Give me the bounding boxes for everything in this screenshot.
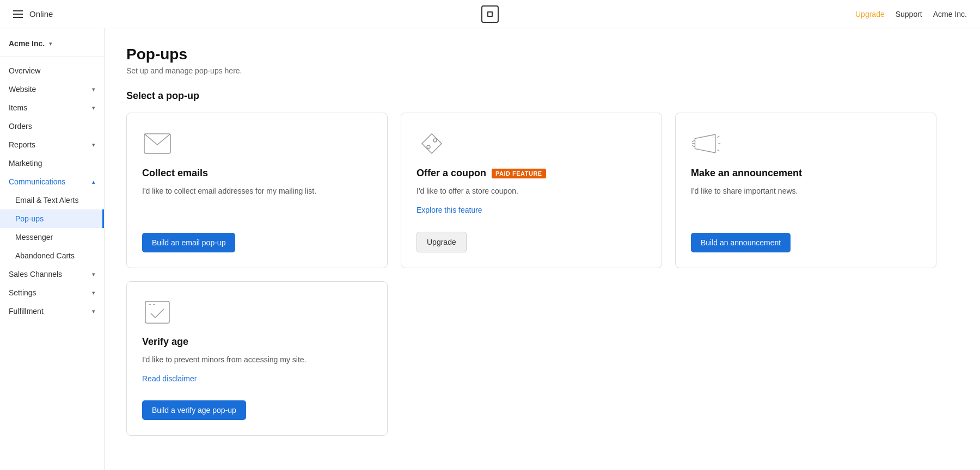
popup-cards-row-2: Verify age I'd like to prevent minors fr… — [126, 281, 958, 436]
sidebar-item-fulfillment[interactable]: Fulfillment ▾ — [0, 302, 104, 320]
upgrade-link[interactable]: Upgrade — [855, 10, 885, 18]
svg-line-9 — [718, 150, 720, 151]
sidebar-account[interactable]: Acme Inc. ▾ — [0, 35, 104, 57]
collect-emails-desc: I'd like to collect email addresses for … — [142, 185, 372, 197]
offer-coupon-title: Offer a coupon — [416, 168, 486, 179]
topnav-center — [481, 5, 499, 23]
offer-coupon-desc: I'd like to offer a store coupon. — [416, 185, 646, 197]
sidebar-item-pop-ups[interactable]: Pop-ups — [0, 209, 104, 228]
sidebar-item-items[interactable]: Items ▾ — [0, 98, 104, 117]
sidebar-account-name: Acme Inc. — [9, 39, 45, 48]
upgrade-coupon-button[interactable]: Upgrade — [416, 232, 467, 252]
verify-age-title: Verify age — [142, 336, 188, 348]
main-content: Pop-ups Set up and manage pop-ups here. … — [105, 28, 980, 470]
sidebar-item-email-text-alerts[interactable]: Email & Text Alerts — [0, 191, 104, 209]
sidebar-item-abandoned-carts[interactable]: Abandoned Carts — [0, 246, 104, 265]
sidebar-item-reports[interactable]: Reports ▾ — [0, 135, 104, 154]
svg-line-6 — [692, 146, 695, 147]
support-link[interactable]: Support — [896, 10, 922, 18]
read-disclaimer-link[interactable]: Read disclaimer — [142, 374, 372, 383]
coupon-icon — [416, 128, 447, 159]
verify-age-title-row: Verify age — [142, 336, 372, 348]
sidebar-item-communications[interactable]: Communications ▴ — [0, 172, 104, 191]
offer-coupon-title-row: Offer a coupon PAID FEATURE — [416, 168, 646, 179]
verify-age-icon — [142, 297, 173, 327]
square-logo-inner — [487, 11, 493, 17]
make-announcement-desc: I'd like to share important news. — [691, 185, 921, 197]
page-title: Pop-ups — [126, 46, 958, 63]
svg-marker-3 — [695, 134, 715, 153]
svg-point-1 — [433, 139, 437, 142]
popup-cards-row-1: Collect emails I'd like to collect email… — [126, 113, 958, 268]
hamburger-menu-icon[interactable] — [13, 10, 23, 18]
top-navigation: Online Upgrade Support Acme Inc. — [0, 0, 980, 28]
explore-feature-link[interactable]: Explore this feature — [416, 206, 646, 214]
announcement-icon — [691, 128, 721, 159]
square-logo — [481, 5, 499, 23]
section-title: Select a pop-up — [126, 90, 958, 102]
sidebar-item-marketing[interactable]: Marketing — [0, 154, 104, 172]
topnav-account-name[interactable]: Acme Inc. — [933, 10, 967, 18]
make-announcement-title-row: Make an announcement — [691, 168, 921, 179]
collect-emails-card: Collect emails I'd like to collect email… — [126, 113, 388, 268]
verify-age-card: Verify age I'd like to prevent minors fr… — [126, 281, 388, 436]
collect-emails-title: Collect emails — [142, 168, 208, 179]
svg-line-4 — [692, 140, 695, 141]
sidebar-account-chevron: ▾ — [49, 40, 52, 47]
make-announcement-card: Make an announcement I'd like to share i… — [675, 113, 936, 268]
brand-name: Online — [29, 9, 53, 18]
collect-emails-title-row: Collect emails — [142, 168, 372, 179]
svg-point-2 — [427, 145, 430, 149]
sidebar-item-overview[interactable]: Overview — [0, 61, 104, 80]
topnav-left: Online — [13, 9, 53, 18]
build-announcement-button[interactable]: Build an announcement — [691, 233, 791, 252]
sidebar-item-sales-channels[interactable]: Sales Channels ▾ — [0, 265, 104, 283]
make-announcement-title: Make an announcement — [691, 168, 802, 179]
email-icon — [142, 128, 173, 159]
sidebar-item-settings[interactable]: Settings ▾ — [0, 283, 104, 302]
build-verify-age-button[interactable]: Build a verify age pop-up — [142, 400, 246, 420]
build-email-popup-button[interactable]: Build an email pop-up — [142, 233, 235, 252]
page-layout: Acme Inc. ▾ Overview Website ▾ Items ▾ O… — [0, 28, 980, 470]
page-subtitle: Set up and manage pop-ups here. — [126, 66, 958, 75]
verify-age-desc: I'd like to prevent minors from accessin… — [142, 354, 372, 366]
sidebar-item-website[interactable]: Website ▾ — [0, 80, 104, 98]
sidebar: Acme Inc. ▾ Overview Website ▾ Items ▾ O… — [0, 28, 105, 470]
sidebar-item-messenger[interactable]: Messenger — [0, 228, 104, 246]
offer-coupon-card: Offer a coupon PAID FEATURE I'd like to … — [401, 113, 662, 268]
sidebar-item-orders[interactable]: Orders — [0, 117, 104, 135]
topnav-right: Upgrade Support Acme Inc. — [855, 10, 967, 18]
svg-line-7 — [718, 136, 720, 138]
paid-feature-badge: PAID FEATURE — [492, 169, 546, 178]
